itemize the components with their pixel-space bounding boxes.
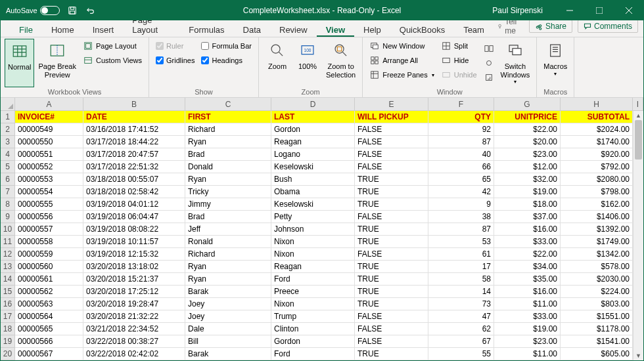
zoom-button[interactable]: Zoom [263,39,292,87]
data-cell[interactable]: 03/17/2018 20:47:57 [83,148,185,161]
data-cell[interactable]: $1551.00 [561,310,633,323]
data-cell[interactable]: 03/19/2018 04:01:12 [83,198,185,211]
data-cell[interactable]: 55 [428,348,494,360]
data-cell[interactable]: $1342.00 [561,248,633,261]
scroll-down-arrow[interactable]: ▼ [633,351,643,360]
header-cell[interactable]: UNITPRICE [494,111,561,123]
data-cell[interactable]: Richard [185,123,271,136]
data-cell[interactable]: 00000561 [15,273,83,286]
maximize-button[interactable] [584,1,614,20]
data-cell[interactable]: $920.00 [561,148,633,161]
row-header[interactable]: 18 [1,323,15,335]
data-cell[interactable]: $35.00 [494,273,561,286]
data-cell[interactable]: $803.00 [561,298,633,310]
tab-review[interactable]: Review [270,22,317,37]
data-cell[interactable]: 00000562 [15,286,83,298]
data-cell[interactable]: FALSE [355,136,428,148]
data-cell[interactable]: $578.00 [561,261,633,273]
data-cell[interactable]: 62 [428,323,494,335]
data-cell[interactable]: 00000555 [15,198,83,211]
data-cell[interactable]: TRUE [355,236,428,248]
view-side-by-side-button[interactable] [481,41,497,56]
data-cell[interactable]: $33.00 [494,310,561,323]
data-cell[interactable]: $798.00 [561,186,633,198]
data-cell[interactable]: $34.00 [494,261,561,273]
row-header[interactable]: 3 [1,136,15,148]
custom-views-button[interactable]: Custom Views [80,53,145,68]
row-header[interactable]: 15 [1,286,15,298]
data-cell[interactable]: 03/20/2018 13:18:02 [83,261,185,273]
data-cell[interactable]: TRUE [355,261,428,273]
data-cell[interactable]: $23.00 [494,335,561,348]
data-cell[interactable]: Nixon [271,236,355,248]
column-header-E[interactable]: E [355,98,428,111]
data-cell[interactable]: 00000564 [15,310,83,323]
data-cell[interactable]: Tricky [185,186,271,198]
data-cell[interactable]: 00000552 [15,161,83,173]
data-cell[interactable]: 00000559 [15,248,83,261]
data-cell[interactable]: Joey [185,310,271,323]
row-header[interactable]: 2 [1,123,15,136]
data-cell[interactable]: $1541.00 [561,335,633,348]
data-cell[interactable]: $16.00 [494,286,561,298]
data-cell[interactable]: 00000557 [15,223,83,236]
gridlines-checkbox[interactable]: Gridlines [153,53,197,68]
data-cell[interactable]: Brad [185,211,271,223]
data-cell[interactable]: $16.00 [494,223,561,236]
zoom-100-button[interactable]: 100100% [293,39,322,87]
data-cell[interactable]: FALSE [355,148,428,161]
data-cell[interactable]: Brad [185,148,271,161]
data-cell[interactable]: 03/19/2018 10:11:57 [83,236,185,248]
data-cell[interactable]: FALSE [355,310,428,323]
data-cell[interactable]: 03/18/2018 00:55:07 [83,173,185,186]
row-header[interactable]: 11 [1,236,15,248]
data-cell[interactable]: Ronald [185,236,271,248]
data-cell[interactable]: $1178.00 [561,323,633,335]
data-cell[interactable]: Ryan [185,173,271,186]
data-cell[interactable]: 03/18/2018 02:58:42 [83,186,185,198]
data-cell[interactable]: $12.00 [494,161,561,173]
arrange-all-button[interactable]: Arrange All [367,53,436,68]
data-cell[interactable]: $11.00 [494,298,561,310]
tab-help[interactable]: Help [354,22,390,37]
data-cell[interactable]: Bill [185,335,271,348]
data-cell[interactable]: Reagan [271,136,355,148]
data-cell[interactable]: Joey [185,298,271,310]
tab-data[interactable]: Data [234,22,270,37]
headings-checkbox[interactable]: Headings [198,53,254,68]
data-cell[interactable]: 03/22/2018 02:42:02 [83,348,185,360]
zoom-to-selection-button[interactable]: Zoom to Selection [323,39,358,87]
formula-bar-checkbox[interactable]: Formula Bar [198,39,254,53]
row-header[interactable]: 16 [1,298,15,310]
new-window-button[interactable]: New Window [367,39,436,53]
data-cell[interactable]: $2024.00 [561,123,633,136]
share-button[interactable]: Share [529,20,572,33]
data-cell[interactable]: $32.00 [494,173,561,186]
sync-scroll-button[interactable] [481,56,497,70]
row-header[interactable]: 6 [1,173,15,186]
data-cell[interactable]: Donald [185,161,271,173]
data-cell[interactable]: TRUE [355,223,428,236]
data-cell[interactable]: 00000567 [15,348,83,360]
data-cell[interactable]: 00000551 [15,148,83,161]
column-header-F[interactable]: F [428,98,494,111]
data-cell[interactable]: 00000553 [15,173,83,186]
data-cell[interactable]: 03/19/2018 08:08:22 [83,223,185,236]
undo-button[interactable] [85,5,97,16]
data-cell[interactable]: Richard [185,248,271,261]
hide-button[interactable]: Hide [438,53,480,68]
header-cell[interactable]: SUBTOTAL [561,111,633,123]
comments-button[interactable]: Comments [578,20,638,33]
data-cell[interactable]: Ford [271,348,355,360]
tab-insert[interactable]: Insert [83,22,124,37]
tab-team[interactable]: Team [454,22,494,37]
data-cell[interactable]: Nixon [271,298,355,310]
column-header-C[interactable]: C [185,98,271,111]
data-cell[interactable]: 03/19/2018 06:04:47 [83,211,185,223]
data-cell[interactable]: Ryan [185,273,271,286]
row-header[interactable]: 8 [1,198,15,211]
data-cell[interactable]: 14 [428,286,494,298]
header-cell[interactable]: LAST [271,111,355,123]
data-cell[interactable]: 03/20/2018 15:21:37 [83,273,185,286]
data-cell[interactable]: $23.00 [494,148,561,161]
